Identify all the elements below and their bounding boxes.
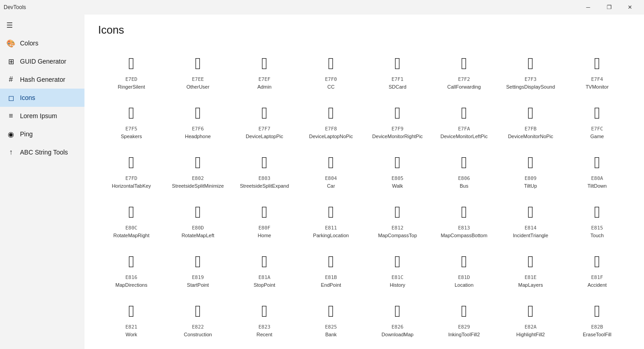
close-button[interactable]: ✕: [619, 0, 640, 15]
sidebar-item-lorem-ipsum[interactable]: ≡Lorem Ipsum: [0, 107, 84, 125]
glyph-E815: : [594, 201, 600, 223]
icon-item: E81DLocation: [431, 244, 498, 293]
name-E802: StreetsideSplitMinimize: [172, 183, 224, 189]
name-E7F0: CC: [327, 84, 335, 90]
glyph-E823: : [262, 300, 268, 322]
name-E7F1: SDCard: [389, 84, 406, 90]
name-E82A: HighlightFill2: [516, 332, 545, 337]
guid-generator-icon: ⊞: [6, 57, 15, 66]
glyph-E7F0: : [328, 53, 334, 75]
sidebar-item-ping[interactable]: ◉Ping: [0, 125, 84, 143]
sidebar-item-string-tools[interactable]: ↑ABC String Tools: [0, 143, 84, 161]
hash-generator-icon: #: [6, 75, 15, 84]
icon-item: E823Recent: [231, 293, 298, 343]
glyph-E7FA: : [461, 102, 467, 124]
code-E7FD: E7FD: [125, 175, 138, 181]
glyph-E81E: : [528, 251, 534, 273]
code-E7F0: E7F0: [325, 76, 337, 82]
sidebar-item-guid-generator[interactable]: ⊞GUID Generator: [0, 52, 84, 70]
icon-item: E829InkingToolFill2: [431, 293, 498, 343]
name-E821: Work: [126, 332, 137, 337]
code-E81E: E81E: [525, 274, 537, 280]
name-E81A: StopPoint: [253, 282, 275, 288]
code-E82B: E82B: [591, 324, 604, 330]
icon-item: E7F6Headphone: [165, 95, 232, 145]
name-E7FB: DeviceMonitorNoPic: [508, 134, 553, 139]
name-E80D: RotateMapLeft: [182, 233, 214, 238]
name-E7F5: Speakers: [121, 134, 142, 139]
icon-item: E812MapCompassTop: [364, 194, 431, 244]
glyph-E7ED: : [129, 53, 134, 75]
glyph-E7FC: : [594, 102, 600, 124]
maximize-button[interactable]: ❐: [599, 0, 619, 15]
icon-item: E7F2CallForwarding: [431, 45, 498, 95]
name-E819: StartPoint: [187, 282, 209, 288]
code-E811: E811: [325, 225, 337, 231]
icon-item: E819StartPoint: [165, 244, 232, 293]
glyph-E7F2: : [461, 53, 467, 75]
glyph-E825: : [328, 300, 334, 322]
code-E819: E819: [192, 274, 204, 280]
minimize-button[interactable]: ─: [578, 0, 599, 15]
glyph-E821: : [129, 300, 134, 322]
icon-item: E7EEOtherUser: [165, 45, 232, 95]
sidebar-item-hash-generator[interactable]: #Hash Generator: [0, 70, 84, 89]
colors-label: Colors: [20, 40, 38, 47]
name-E7F8: DeviceLaptopNoPic: [309, 134, 353, 139]
glyph-E81D: : [461, 251, 467, 273]
name-E806: Bus: [460, 183, 468, 189]
glyph-E812: : [395, 201, 401, 223]
hamburger-menu[interactable]: ☰: [0, 16, 84, 34]
icon-item: E7FADeviceMonitorLeftPic: [431, 95, 498, 145]
glyph-E806: : [461, 152, 467, 174]
code-E815: E815: [591, 225, 604, 231]
icon-item: E82AHighlightFill2: [497, 293, 564, 343]
name-E7F3: SettingsDisplaySound: [506, 84, 555, 90]
name-E7EE: OtherUser: [186, 84, 209, 90]
glyph-E803: : [262, 152, 268, 174]
glyph-E7F7: : [262, 102, 268, 124]
glyph-E7F1: : [395, 53, 401, 75]
code-E7F1: E7F1: [391, 76, 404, 82]
glyph-E7F4: : [594, 53, 600, 75]
title-bar-controls: ─ ❐ ✕: [578, 0, 640, 15]
name-E7EF: Admin: [258, 84, 272, 90]
code-E7F3: E7F3: [525, 76, 537, 82]
code-E825: E825: [325, 324, 337, 330]
name-E813: MapCompassBottom: [441, 233, 487, 238]
name-E7F6: Headphone: [185, 134, 211, 139]
sidebar-item-colors[interactable]: 🎨Colors: [0, 34, 84, 52]
name-E7FA: DeviceMonitorLeftPic: [441, 134, 488, 139]
code-E81D: E81D: [458, 274, 471, 280]
glyph-E804: : [328, 152, 334, 174]
code-E7F9: E7F9: [391, 126, 404, 132]
icon-item: E80FHome: [231, 194, 298, 244]
name-E7FC: Game: [590, 134, 604, 139]
glyph-E7F9: : [395, 102, 401, 124]
code-E822: E822: [192, 324, 204, 330]
icon-item: E825Bank: [298, 293, 365, 343]
glyph-E829: : [461, 300, 467, 322]
name-E81E: MapLayers: [518, 282, 543, 288]
icon-item: E815Touch: [564, 194, 631, 244]
page-title: Icons: [98, 24, 630, 36]
glyph-E7EF: : [262, 53, 268, 75]
name-E804: Car: [327, 183, 335, 189]
icons-icon: ◻: [6, 94, 15, 102]
glyph-E81A: : [262, 251, 268, 273]
ping-icon: ◉: [6, 130, 15, 139]
name-E823: Recent: [257, 332, 272, 337]
glyph-E82A: : [528, 300, 534, 322]
icon-item: E822Construction: [165, 293, 232, 343]
glyph-E7F6: : [195, 102, 201, 124]
icon-item: E839E839: [564, 343, 631, 349]
code-E7F6: E7F6: [192, 126, 204, 132]
code-E816: E816: [125, 274, 138, 280]
code-E81A: E81A: [258, 274, 271, 280]
sidebar-item-icons[interactable]: ◻Icons: [0, 89, 84, 107]
code-E803: E803: [258, 175, 271, 181]
lorem-ipsum-label: Lorem Ipsum: [20, 112, 57, 120]
icon-item: E814IncidentTriangle: [497, 194, 564, 244]
icon-item: E821Work: [98, 293, 165, 343]
code-E80D: E80D: [192, 225, 204, 231]
